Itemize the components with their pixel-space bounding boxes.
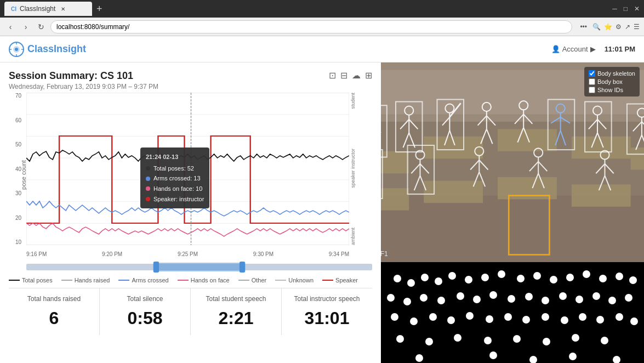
legend-color-speaker: [322, 280, 333, 281]
x-axis-labels: 9:16 PM 9:20 PM 9:25 PM 9:30 PM 9:34 PM: [26, 251, 349, 257]
forward-button[interactable]: ›: [20, 21, 32, 33]
chart-title-group: Session Summary: CS 101 Wednesday, Febru…: [9, 70, 329, 90]
show-ids-control[interactable]: Show IDs: [589, 87, 635, 93]
y-tick-70: 70: [15, 93, 21, 99]
toolbar-icon-3[interactable]: ☁: [352, 70, 361, 81]
svg-point-137: [498, 270, 505, 278]
refresh-button[interactable]: ↻: [35, 21, 47, 33]
account-button[interactable]: 👤 Account ▶: [551, 45, 596, 53]
legend-other: Other: [238, 277, 267, 283]
svg-point-156: [559, 292, 567, 300]
legend-label-hands-on-face: Hands on face: [191, 277, 230, 283]
svg-point-138: [517, 275, 525, 282]
address-bar[interactable]: [50, 20, 572, 33]
tab-title: ClassInsight: [20, 5, 55, 13]
body-skeleton-checkbox[interactable]: [589, 70, 595, 77]
app-header: ClassInsight 👤 Account ▶ 11:01 PM: [0, 36, 644, 63]
back-button[interactable]: ‹: [4, 21, 16, 33]
body-box-checkbox[interactable]: [589, 78, 595, 85]
legend-hands-on-face: Hands on face: [178, 277, 230, 283]
svg-point-178: [484, 337, 492, 344]
svg-point-158: [592, 292, 600, 300]
svg-point-148: [420, 294, 428, 302]
x-tick-5: 9:34 PM: [329, 251, 349, 257]
toolbar-icon-2[interactable]: ⊟: [340, 70, 347, 81]
svg-point-147: [403, 298, 411, 305]
stat-label-student-speech: Total student speech: [200, 295, 272, 304]
svg-point-130: [394, 275, 401, 282]
browser-icon-5[interactable]: ☰: [634, 23, 640, 31]
toolbar-icon-1[interactable]: ⊡: [329, 70, 336, 81]
main-content: Session Summary: CS 101 Wednesday, Febru…: [0, 63, 644, 363]
legend-label-other: Other: [252, 277, 267, 283]
stat-card-student-speech: Total student speech 2:21: [191, 288, 282, 335]
maximize-button[interactable]: □: [624, 5, 628, 13]
svg-point-170: [561, 316, 568, 324]
svg-point-145: [629, 276, 637, 284]
logo-icon: [9, 42, 24, 57]
header-right: 👤 Account ▶ 11:01 PM: [551, 45, 635, 53]
svg-point-146: [387, 294, 395, 302]
x-tick-3: 9:25 PM: [178, 251, 198, 257]
account-person-icon: 👤: [551, 45, 560, 53]
legend-color-total-poses: [9, 280, 20, 281]
dot-view-svg: [381, 262, 644, 363]
account-label: Account: [562, 45, 588, 53]
svg-point-135: [465, 276, 472, 283]
chart-header: Session Summary: CS 101 Wednesday, Febru…: [9, 70, 372, 90]
show-ids-checkbox[interactable]: [589, 87, 595, 93]
y-axis-ticks: 70 60 50 40 30 20 10: [15, 93, 21, 245]
svg-rect-34: [572, 184, 631, 206]
body-box-control[interactable]: Body box: [589, 78, 635, 85]
svg-rect-19: [153, 263, 245, 271]
svg-point-140: [550, 276, 557, 283]
minimize-button[interactable]: ─: [612, 5, 617, 13]
right-label-student: student: [350, 93, 372, 109]
body-skeleton-control[interactable]: Body skeleton: [589, 70, 635, 77]
browser-menu-dots[interactable]: •••: [580, 23, 587, 31]
left-panel: Session Summary: CS 101 Wednesday, Febru…: [0, 63, 381, 363]
right-label-speaker: speaker instructor: [350, 149, 372, 188]
browser-icon-1[interactable]: 🔍: [592, 23, 601, 31]
stat-value-student-speech: 2:21: [200, 308, 272, 328]
toolbar-icon-4[interactable]: ⊞: [365, 70, 372, 81]
svg-point-172: [596, 316, 604, 324]
svg-point-139: [533, 272, 541, 280]
tab-close-button[interactable]: ✕: [61, 6, 65, 12]
svg-point-159: [608, 297, 616, 304]
timeline-scrubber[interactable]: [26, 259, 372, 275]
new-tab-button[interactable]: +: [96, 3, 102, 15]
right-panel: 07:00 44 FF:F1 Body skeleton Body box Sh…: [381, 63, 644, 363]
svg-point-169: [542, 313, 549, 321]
stats-row: Total hands raised 6 Total silence 0:58 …: [9, 288, 372, 335]
camera-view: 07:00 44 FF:F1 Body skeleton Body box Sh…: [381, 63, 644, 262]
svg-point-182: [601, 337, 608, 344]
x-tick-1: 9:16 PM: [26, 251, 47, 257]
svg-point-177: [454, 334, 461, 342]
browser-icon-2[interactable]: ⭐: [604, 23, 612, 31]
svg-point-186: [569, 353, 577, 360]
svg-point-151: [473, 296, 481, 303]
y-tick-60: 60: [15, 117, 21, 123]
legend-color-other: [238, 280, 249, 281]
dot-visualization: [381, 262, 644, 363]
browser-icon-3[interactable]: ⚙: [615, 23, 622, 31]
chart-wrapper: pose count 70 60 50 40 30 20 10: [9, 93, 372, 257]
close-button[interactable]: ✕: [634, 5, 640, 13]
svg-point-136: [481, 274, 489, 281]
browser-icon-4[interactable]: ↗: [625, 23, 630, 31]
svg-point-184: [489, 351, 497, 359]
svg-point-171: [579, 313, 586, 321]
y-tick-30: 30: [15, 190, 21, 196]
app-logo[interactable]: ClassInsight: [9, 42, 86, 57]
tab-favicon: CI: [11, 6, 16, 12]
svg-point-183: [415, 354, 423, 362]
svg-point-174: [630, 317, 638, 325]
svg-point-162: [410, 317, 418, 325]
main-chart-svg: [26, 93, 349, 245]
stat-label-hands-raised: Total hands raised: [18, 295, 90, 304]
stat-card-hands-raised: Total hands raised 6: [9, 288, 100, 335]
session-date: Wednesday, February 13, 2019 9:03 PM – 9…: [9, 83, 329, 90]
active-tab[interactable]: CI ClassInsight ✕: [4, 2, 92, 16]
legend-label-arms-crossed: Arms crossed: [132, 277, 168, 283]
